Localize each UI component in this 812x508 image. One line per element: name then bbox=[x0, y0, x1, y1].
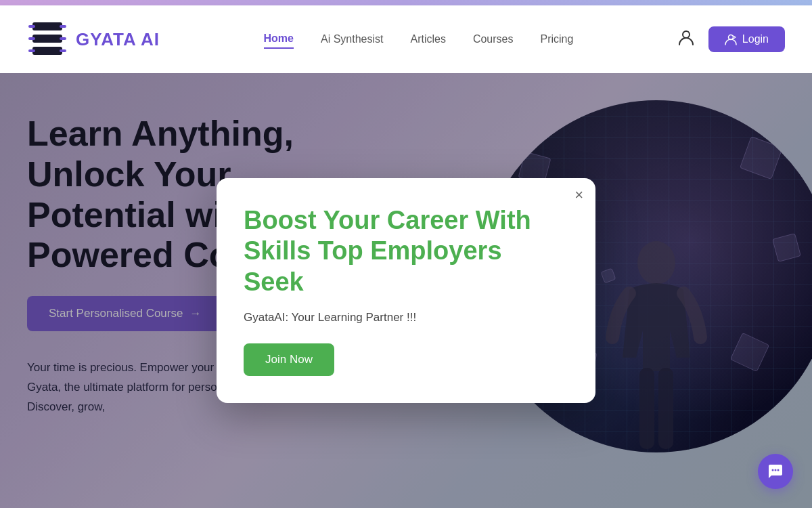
svg-point-9 bbox=[683, 31, 690, 38]
svg-rect-3 bbox=[28, 25, 35, 28]
chat-button[interactable] bbox=[758, 454, 793, 489]
svg-rect-1 bbox=[32, 35, 62, 43]
svg-rect-4 bbox=[28, 37, 35, 40]
modal-title: Boost Your Career With Skills Top Employ… bbox=[244, 205, 568, 298]
svg-point-14 bbox=[772, 469, 774, 471]
logo-text: GYATA AI bbox=[76, 29, 160, 50]
nav-articles[interactable]: Articles bbox=[410, 30, 445, 48]
svg-rect-5 bbox=[28, 49, 35, 52]
nav-home[interactable]: Home bbox=[264, 30, 294, 49]
user-icon bbox=[677, 28, 695, 46]
main-nav: Home Ai Synthesist Articles Courses Pric… bbox=[264, 30, 574, 49]
login-icon bbox=[725, 33, 737, 45]
header-right: Login bbox=[677, 26, 785, 52]
modal-overlay[interactable]: × Boost Your Career With Skills Top Empl… bbox=[0, 73, 812, 508]
modal-subtitle: GyataAI: Your Learning Partner !!! bbox=[244, 311, 568, 324]
nav-ai-synthesist[interactable]: Ai Synthesist bbox=[321, 30, 383, 48]
nav-pricing[interactable]: Pricing bbox=[540, 30, 573, 48]
login-button[interactable]: Login bbox=[708, 26, 785, 52]
top-bar bbox=[0, 0, 812, 5]
svg-point-15 bbox=[775, 469, 777, 471]
svg-rect-8 bbox=[60, 49, 66, 52]
modal: × Boost Your Career With Skills Top Empl… bbox=[217, 178, 595, 404]
svg-rect-6 bbox=[60, 25, 66, 28]
chat-icon bbox=[767, 463, 784, 480]
nav-courses[interactable]: Courses bbox=[473, 30, 514, 48]
svg-rect-2 bbox=[32, 47, 62, 55]
modal-close-button[interactable]: × bbox=[574, 188, 583, 203]
header: GYATA AI Home Ai Synthesist Articles Cou… bbox=[0, 5, 812, 73]
svg-rect-0 bbox=[32, 22, 62, 30]
hero-section: Learn Anything, Unlock Your Potential wi… bbox=[0, 73, 812, 508]
user-icon-button[interactable] bbox=[677, 28, 695, 50]
svg-point-16 bbox=[777, 469, 780, 471]
logo-icon bbox=[27, 16, 68, 63]
svg-rect-7 bbox=[60, 37, 66, 40]
logo: GYATA AI bbox=[27, 16, 160, 63]
join-now-button[interactable]: Join Now bbox=[244, 343, 334, 376]
